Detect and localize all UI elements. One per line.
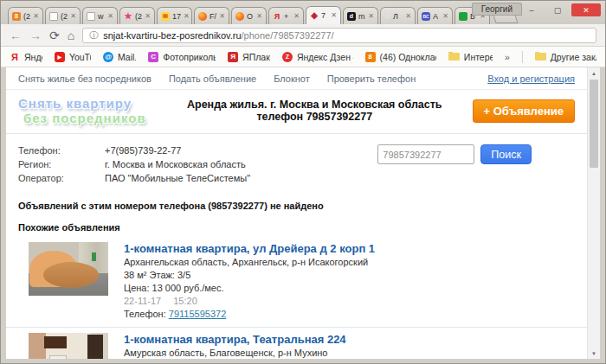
bookmark-yaplakal[interactable]: Я ЯПлакалъ [228,52,270,62]
scrollbar-thumb[interactable] [590,80,598,168]
url-path: /phone/79857392277/ [242,30,334,41]
listing-title-link[interactable]: 1-комнатная квартира, ул Дрейера д 2 кор… [124,242,375,255]
site-logo[interactable]: Снять квартиру без посредников [18,96,164,125]
info-value: +7(985)739-22-77 [105,144,181,157]
bookmarks-overflow-icon[interactable]: » [505,52,510,62]
tab-10[interactable]: d m ✕ [343,7,378,24]
page-info-icon[interactable]: ⓘ [89,29,98,42]
info-value: ПАО "Мобильные ТелеСистемы" [105,171,250,185]
bookmark-youtube[interactable]: ▶ YouTube [55,52,91,62]
info-label: Регион: [18,157,105,171]
tab-7[interactable]: O ✕ [231,7,267,24]
tab-label: + [284,12,288,21]
tab-close-icon[interactable]: ✕ [33,13,39,20]
tab-1[interactable]: 8 (2 ✕ [8,7,43,24]
login-register-link[interactable]: Вход и регистрация [487,73,575,84]
bookmark-odnoklassniki[interactable]: 8 (46) Одноклассники [365,52,436,62]
nav-notebook-link[interactable]: Блокнот [274,73,310,84]
other-bookmarks-folder[interactable]: Другие закладки [535,52,596,62]
home-icon[interactable]: ⌂ [68,29,74,42]
tab-close-icon[interactable]: ✕ [107,13,113,20]
bookmark-label: Mail.Ru [118,52,136,62]
add-listing-button[interactable]: + Объявление [473,99,575,123]
back-icon[interactable]: ← [10,29,22,42]
listing-date: 22-11-17 [124,296,161,306]
auth-link-wrap: Вход и регистрация [487,73,575,84]
listing-details: 1-комнатная квартира, Театральная 224 Ам… [124,333,346,359]
yandex-icon: Я [10,52,20,62]
info-label: Оператор: [18,171,105,185]
tab-label: (2 [23,12,30,21]
bookmark-label: YouTube [69,52,91,62]
bookmark-folder-interesno[interactable]: Интересно [448,52,493,62]
site-header: Снять квартиру без посредников Аренда жи… [6,90,587,134]
bookmark-yandex[interactable]: Я Яндекс [10,52,42,62]
bookmark-zen[interactable]: Z Яндекс Дзен — пер [282,52,353,62]
tab-6[interactable]: F/ ✕ [194,7,229,24]
tab-4[interactable]: ★ (2 ✕ [119,7,155,24]
tab-active[interactable]: ◈ 7 ✕ [306,6,341,24]
tab-2[interactable]: (2 ✕ [45,7,81,24]
tab-label: m [358,12,365,21]
star-favicon-icon: ★ [124,12,132,21]
folder-icon [535,53,546,61]
nav-post-ad-link[interactable]: Подать объявление [169,73,256,84]
tab-label: А [433,12,438,21]
mailru-icon: @ [103,52,113,62]
listing-phone-link[interactable]: 79115595372 [169,309,226,319]
tab-close-icon[interactable]: ✕ [256,13,262,20]
page-favicon-icon [49,12,58,21]
nav-rent-link[interactable]: Снять жилье без посредников [18,73,152,84]
listing-title-link[interactable]: 1-комнатная квартира, Театральная 224 [124,333,346,346]
tab-close-icon[interactable]: ✕ [405,13,411,20]
tab-label: Л [393,12,398,21]
tab-8[interactable]: Я + ✕ [268,7,304,24]
maximize-button[interactable]: ▢ [545,3,570,16]
page-scrollbar[interactable]: ▲ ▼ [587,67,600,359]
profile-name[interactable]: Георгий [472,3,522,16]
tab-12[interactable]: ВС А ✕ [417,7,453,24]
logo-line2: без посредников [18,111,164,125]
tab-strip: 8 (2 ✕ (2 ✕ w ✕ ★ (2 ✕ ✉ 17 ✕ [8,6,516,24]
search-button[interactable]: Поиск [480,144,532,164]
forward-icon[interactable]: → [29,29,42,42]
url-text: snjat-kvartiru-bez-posrednikov.ru/phone/… [103,30,333,41]
nav-check-phone-link[interactable]: Проверить телефон [327,73,416,84]
tab-close-icon[interactable]: ✕ [368,13,374,20]
listing-photo[interactable] [29,333,108,359]
d-favicon-icon: d [347,12,356,21]
phone-label: Телефон: [124,309,166,319]
bookmark-label: ЯПлакалъ [242,52,270,62]
scroll-down-icon[interactable]: ▼ [588,348,600,359]
close-button[interactable]: ✕ [571,3,601,16]
listing-photo[interactable] [29,242,108,296]
phone-search-input[interactable] [377,144,474,164]
window-controls: – ▢ ✕ [519,3,601,16]
info-value: г. Москва и Московская область [105,157,246,171]
logo-line1: Снять квартиру [18,96,164,111]
listing-row: 1-комнатная квартира, ул Дрейера д 2 кор… [6,237,587,327]
tab-close-icon[interactable]: ✕ [442,13,448,20]
tab-label: (2 [135,12,142,21]
minimize-button[interactable]: – [519,3,544,16]
tab-label: 17 [172,12,181,21]
url-domain: snjat-kvartiru-bez-posrednikov.ru [103,30,241,41]
tab-close-icon[interactable]: ✕ [145,13,151,20]
tab-3[interactable]: w ✕ [82,7,118,24]
tab-label: (2 [61,12,68,21]
bookmark-fotoprikoly[interactable]: C Фотоприколы » uC [148,52,216,62]
page-content: Снять жилье без посредников Подать объяв… [6,67,587,359]
listing-datetime: 22-11-1715:20 [124,295,375,308]
tab-close-icon[interactable]: ✕ [331,12,337,19]
reload-icon[interactable]: ⟳ [49,29,60,42]
address-bar[interactable]: ⓘ snjat-kvartiru-bez-posrednikov.ru/phon… [82,28,596,43]
scroll-up-icon[interactable]: ▲ [588,67,600,79]
viewport: Снять жилье без посредников Подать объяв… [6,67,600,359]
tab-close-icon[interactable]: ✕ [70,13,76,20]
tab-11[interactable]: Л ✕ [380,7,416,24]
bookmark-mailru[interactable]: @ Mail.Ru [103,52,136,62]
tab-close-icon[interactable]: ✕ [293,13,300,20]
tab-close-icon[interactable]: ✕ [184,13,190,20]
tab-5[interactable]: ✉ 17 ✕ [157,7,192,24]
tab-close-icon[interactable]: ✕ [219,13,225,20]
